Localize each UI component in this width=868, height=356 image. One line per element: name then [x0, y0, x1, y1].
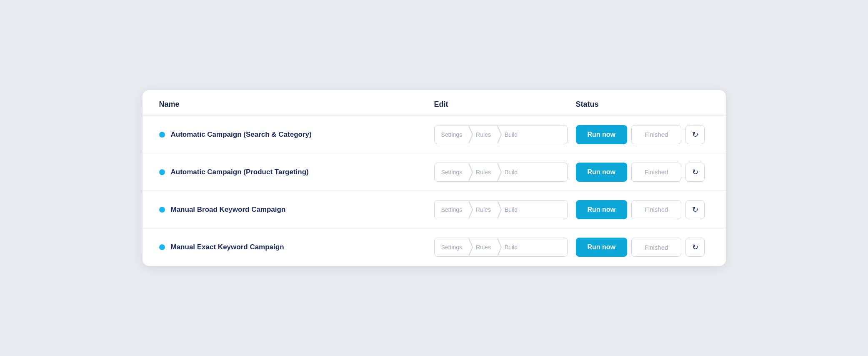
run-now-button[interactable]: Run now [576, 163, 628, 182]
step-rules[interactable]: Rules [469, 238, 498, 256]
campaign-name-cell: Automatic Campaign (Product Targeting) [159, 168, 434, 176]
table-row: Manual Broad Keyword CampaignSettingsRul… [143, 191, 726, 228]
run-now-button[interactable]: Run now [576, 125, 628, 144]
step-settings[interactable]: Settings [435, 238, 469, 256]
run-now-button[interactable]: Run now [576, 238, 628, 257]
campaign-name-text: Automatic Campaign (Search & Category) [171, 130, 312, 139]
step-settings[interactable]: Settings [435, 201, 469, 219]
step-rules[interactable]: Rules [469, 125, 498, 144]
table-body: Automatic Campaign (Search & Category)Se… [143, 116, 726, 266]
edit-steps: SettingsRulesBuild [434, 238, 568, 257]
col-edit-header: Edit [434, 100, 568, 109]
edit-steps-cell: SettingsRulesBuild [434, 125, 568, 144]
refresh-button[interactable]: ↻ [685, 163, 705, 182]
step-settings[interactable]: Settings [435, 163, 469, 181]
edit-steps: SettingsRulesBuild [434, 125, 568, 144]
finished-badge: Finished [631, 125, 681, 144]
col-status-header: Status [568, 100, 709, 109]
campaign-name-cell: Manual Broad Keyword Campaign [159, 206, 434, 214]
step-rules[interactable]: Rules [469, 163, 498, 181]
status-dot [159, 244, 165, 250]
refresh-button[interactable]: ↻ [685, 125, 705, 144]
finished-badge: Finished [631, 163, 681, 182]
edit-steps-cell: SettingsRulesBuild [434, 200, 568, 219]
step-settings[interactable]: Settings [435, 125, 469, 144]
col-name-header: Name [159, 100, 434, 109]
edit-steps: SettingsRulesBuild [434, 200, 568, 219]
finished-badge: Finished [631, 238, 681, 257]
campaign-name-text: Manual Broad Keyword Campaign [171, 206, 286, 214]
campaign-name-text: Automatic Campaign (Product Targeting) [171, 168, 309, 176]
status-cell: Run nowFinished↻ [568, 200, 709, 219]
campaign-name-text: Manual Exact Keyword Campaign [171, 243, 284, 251]
status-dot [159, 207, 165, 213]
edit-steps: SettingsRulesBuild [434, 163, 568, 182]
finished-badge: Finished [631, 200, 681, 219]
status-cell: Run nowFinished↻ [568, 163, 709, 182]
refresh-button[interactable]: ↻ [685, 238, 705, 257]
edit-steps-cell: SettingsRulesBuild [434, 163, 568, 182]
campaigns-card: Name Edit Status Automatic Campaign (Sea… [143, 90, 726, 266]
table-row: Automatic Campaign (Product Targeting)Se… [143, 153, 726, 191]
campaign-name-cell: Manual Exact Keyword Campaign [159, 243, 434, 251]
table-header: Name Edit Status [143, 90, 726, 116]
status-dot [159, 169, 165, 175]
status-cell: Run nowFinished↻ [568, 238, 709, 257]
edit-steps-cell: SettingsRulesBuild [434, 238, 568, 257]
refresh-button[interactable]: ↻ [685, 200, 705, 219]
campaign-name-cell: Automatic Campaign (Search & Category) [159, 130, 434, 139]
step-rules[interactable]: Rules [469, 201, 498, 219]
table-row: Manual Exact Keyword CampaignSettingsRul… [143, 228, 726, 266]
status-cell: Run nowFinished↻ [568, 125, 709, 144]
status-dot [159, 132, 165, 138]
run-now-button[interactable]: Run now [576, 200, 628, 219]
table-row: Automatic Campaign (Search & Category)Se… [143, 116, 726, 153]
